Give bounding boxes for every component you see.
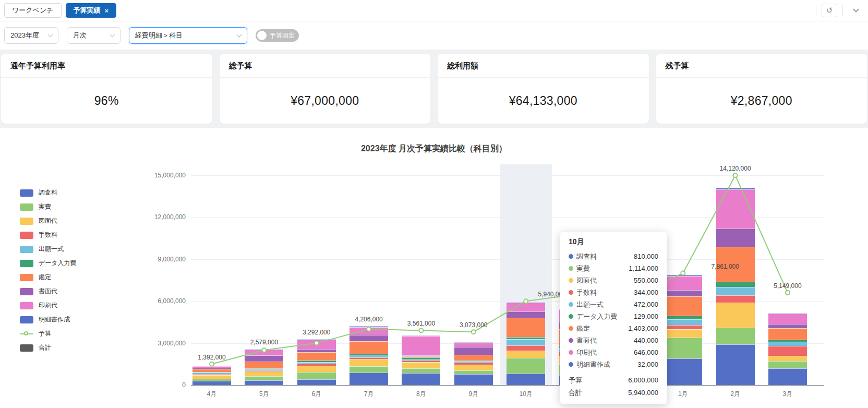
tab-bar: ワークベンチ 予算実績 × ↺ bbox=[0, 0, 868, 21]
series-color-dot bbox=[569, 326, 573, 331]
kpi-title: 総予算 bbox=[220, 54, 431, 78]
total-data-label: 14,120,000 bbox=[720, 165, 751, 172]
chevron-down-icon bbox=[48, 32, 53, 38]
tab-workbench[interactable]: ワークベンチ bbox=[4, 3, 62, 18]
total-data-label: 4,206,000 bbox=[355, 316, 382, 323]
tooltip-row-label: 印刷代 bbox=[576, 348, 634, 357]
tooltip-row-label: 鑑定 bbox=[576, 324, 628, 333]
tooltip-summary-value: 5,940,000 bbox=[628, 389, 658, 397]
grouping-value: 経費明細＞科目 bbox=[135, 31, 183, 40]
tooltip-row: 図面代550,000 bbox=[569, 274, 658, 286]
chart-tooltip: 10月 調査料810,000実費1,114,000図面代550,000手数料34… bbox=[560, 231, 667, 404]
budget-line-marker[interactable] bbox=[315, 341, 319, 345]
series-color-dot bbox=[569, 254, 573, 259]
total-data-label: 5,149,000 bbox=[774, 282, 801, 290]
tooltip-row-value: 1,403,000 bbox=[628, 325, 658, 332]
fiscal-year-value: 2023年度 bbox=[10, 31, 39, 40]
chevron-down-icon bbox=[853, 6, 859, 12]
tooltip-summary-row: 合計5,940,000 bbox=[569, 387, 658, 399]
kpi-card-total-budget: 総予算 ¥67,000,000 bbox=[220, 54, 431, 124]
total-data-label: 7,861,000 bbox=[712, 263, 739, 270]
budget-fixed-toggle[interactable]: 予算固定 bbox=[256, 29, 299, 42]
kpi-card-utilization: 通年予算利用率 96% bbox=[1, 54, 212, 124]
history-icon: ↺ bbox=[826, 6, 833, 15]
toggle-label: 予算固定 bbox=[270, 31, 295, 40]
tooltip-row: 出願一式472,000 bbox=[569, 298, 658, 310]
series-color-dot bbox=[569, 290, 573, 295]
series-color-dot bbox=[569, 362, 573, 367]
chevron-down-icon bbox=[237, 32, 242, 38]
total-data-label: 3,561,000 bbox=[407, 320, 435, 327]
tooltip-summary: 予算6,000,000合計5,940,000 bbox=[569, 374, 658, 399]
grouping-select[interactable]: 経費明細＞科目 bbox=[129, 27, 247, 44]
tooltip-row-value: 810,000 bbox=[634, 253, 658, 260]
total-data-label: 1,392,000 bbox=[198, 354, 225, 361]
series-color-dot bbox=[569, 302, 573, 307]
budget-line-marker[interactable] bbox=[419, 328, 423, 332]
kpi-band: 通年予算利用率 96% 総予算 ¥67,000,000 総利用額 ¥64,133… bbox=[0, 50, 868, 128]
tooltip-row-label: 実費 bbox=[576, 264, 629, 273]
tooltip-row: 手数料344,000 bbox=[569, 286, 658, 298]
budget-line-marker[interactable] bbox=[472, 330, 476, 334]
tooltip-row-label: 出願一式 bbox=[576, 300, 634, 309]
tooltip-title: 10月 bbox=[569, 237, 658, 247]
tab-workbench-label: ワークベンチ bbox=[12, 6, 54, 15]
kpi-title: 残予算 bbox=[656, 54, 867, 78]
tab-budget-results[interactable]: 予算実績 × bbox=[66, 3, 117, 18]
budget-line-marker[interactable] bbox=[524, 299, 528, 303]
kpi-value: ¥2,867,000 bbox=[731, 94, 792, 108]
series-color-dot bbox=[569, 278, 573, 283]
series-color-dot bbox=[569, 314, 573, 319]
history-button[interactable]: ↺ bbox=[822, 4, 837, 17]
budget-line-marker[interactable] bbox=[210, 362, 214, 366]
fiscal-year-select[interactable]: 2023年度 bbox=[4, 27, 58, 44]
series-color-dot bbox=[569, 338, 573, 343]
tooltip-rows: 調査料810,000実費1,114,000図面代550,000手数料344,00… bbox=[569, 250, 658, 370]
tooltip-row-label: データ入力費 bbox=[576, 312, 634, 321]
tooltip-row-value: 129,000 bbox=[634, 313, 658, 320]
tab-bar-actions: ↺ bbox=[816, 4, 864, 17]
total-data-label: 3,073,000 bbox=[460, 321, 487, 329]
budget-line-marker[interactable] bbox=[786, 291, 790, 295]
kpi-value: 96% bbox=[94, 94, 119, 108]
kpi-title: 総利用額 bbox=[438, 54, 649, 78]
tab-budget-results-label: 予算実績 bbox=[74, 6, 101, 15]
filter-bar: 2023年度 月次 経費明細＞科目 予算固定 bbox=[0, 21, 868, 50]
tooltip-row-value: 472,000 bbox=[634, 301, 658, 308]
chevron-down-icon bbox=[110, 32, 115, 38]
tooltip-row-value: 32,000 bbox=[637, 361, 658, 368]
tooltip-summary-row: 予算6,000,000 bbox=[569, 374, 658, 386]
tooltip-row-value: 646,000 bbox=[634, 349, 658, 356]
collapse-button[interactable] bbox=[848, 4, 864, 17]
budget-line-marker[interactable] bbox=[681, 271, 685, 275]
period-select[interactable]: 月次 bbox=[67, 27, 120, 44]
tooltip-row-label: 図面代 bbox=[576, 276, 634, 285]
tooltip-row-label: 明細書作成 bbox=[576, 360, 637, 369]
total-data-label: 2,579,000 bbox=[250, 339, 278, 346]
series-color-dot bbox=[569, 350, 573, 355]
period-value: 月次 bbox=[73, 31, 87, 40]
toggle-knob bbox=[257, 31, 267, 40]
kpi-card-total-used: 総利用額 ¥64,133,000 bbox=[438, 54, 649, 124]
tooltip-row-value: 550,000 bbox=[634, 277, 658, 284]
tooltip-summary-value: 6,000,000 bbox=[628, 376, 658, 384]
tooltip-row: 調査料810,000 bbox=[569, 250, 658, 262]
tooltip-row: 鑑定1,403,000 bbox=[569, 322, 658, 334]
tooltip-row: 書面代440,000 bbox=[569, 334, 658, 346]
tooltip-row-value: 440,000 bbox=[634, 337, 658, 344]
series-color-dot bbox=[569, 266, 573, 271]
tab-close-icon[interactable]: × bbox=[105, 7, 109, 14]
total-data-label: 3,292,000 bbox=[303, 329, 330, 336]
budget-line-marker[interactable] bbox=[733, 173, 738, 177]
tooltip-row-label: 書面代 bbox=[576, 336, 634, 345]
tooltip-row: 実費1,114,000 bbox=[569, 262, 658, 274]
budget-line-marker[interactable] bbox=[367, 327, 371, 331]
budget-line-marker[interactable] bbox=[262, 348, 266, 352]
tooltip-row-label: 手数料 bbox=[576, 288, 634, 297]
kpi-title: 通年予算利用率 bbox=[1, 54, 212, 78]
tooltip-row: データ入力費129,000 bbox=[569, 310, 658, 322]
tooltip-row: 印刷代646,000 bbox=[569, 346, 658, 358]
tooltip-row-label: 調査料 bbox=[576, 252, 634, 261]
kpi-value: ¥67,000,000 bbox=[291, 94, 359, 108]
tooltip-row: 明細書作成32,000 bbox=[569, 358, 658, 370]
